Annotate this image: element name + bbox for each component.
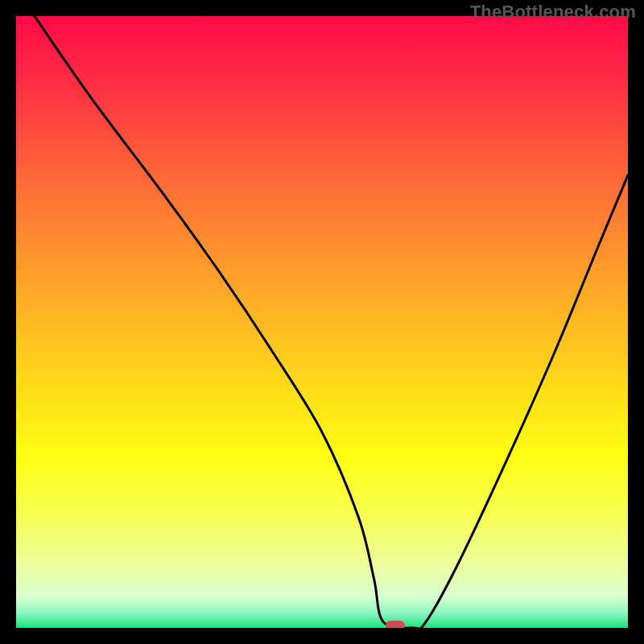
plot-area — [16, 16, 628, 628]
optimal-marker — [386, 621, 405, 628]
plot-frame — [16, 16, 628, 628]
bottleneck-curve — [16, 16, 628, 628]
watermark-text: TheBottleneck.com — [470, 2, 636, 23]
chart-root: TheBottleneck.com — [0, 0, 644, 644]
